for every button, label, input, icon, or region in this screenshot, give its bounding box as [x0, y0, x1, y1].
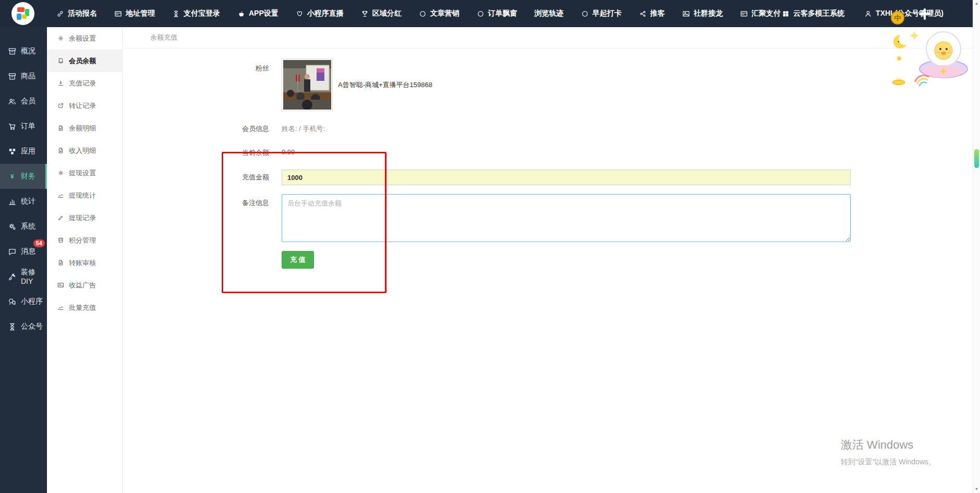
- topbar-right-item[interactable]: 云客多模王系统: [782, 9, 844, 18]
- topnav-item[interactable]: 地址管理: [114, 9, 155, 18]
- submenu-item-label: 收入明细: [69, 146, 96, 155]
- topnav-item[interactable]: 活动报名: [56, 9, 97, 18]
- submenu-item[interactable]: 转让记录: [47, 94, 122, 117]
- submenu-item[interactable]: 充值记录: [47, 72, 122, 94]
- sidebar-item[interactable]: 消息 54: [0, 239, 47, 264]
- topnav-item[interactable]: 文章营销: [419, 9, 459, 18]
- pencil-icon: [57, 214, 64, 221]
- app-logo[interactable]: [11, 2, 34, 25]
- scrollbar-up-arrow[interactable]: ▲: [973, 0, 980, 7]
- topnav-item-label: 地址管理: [126, 9, 155, 18]
- recharge-button[interactable]: 充 值: [282, 251, 314, 269]
- topnav-item-label: 推客: [650, 9, 665, 18]
- topnav-item[interactable]: 订单飘窗: [477, 9, 517, 18]
- topnav-item-label: 小程序直播: [307, 9, 344, 18]
- scrollbar[interactable]: ▲ ▼: [973, 0, 980, 493]
- topnav-item[interactable]: 早起打卡: [581, 9, 622, 18]
- recharge-amount-input[interactable]: [282, 170, 851, 185]
- topbar: 活动报名 地址管理 支付宝登录 APP设置 小程序直播 区域分红 文章营销: [0, 0, 980, 27]
- book-icon: [57, 57, 64, 64]
- sidebar-item-label: 财务: [21, 172, 35, 181]
- box-icon: [8, 47, 17, 56]
- sidebar-item[interactable]: 应用: [0, 139, 47, 164]
- sidebar-item[interactable]: 概况: [0, 39, 47, 64]
- topnav-item[interactable]: 小程序直播: [296, 9, 344, 18]
- file-icon: [57, 259, 64, 266]
- main-content: 余额充值 粉丝: [123, 27, 980, 493]
- svg-text:¥: ¥: [10, 173, 14, 179]
- sidebar-item[interactable]: 公众号: [0, 314, 47, 339]
- submenu-item-label: 转账审核: [69, 258, 96, 268]
- scrollbar-thumb[interactable]: [974, 149, 979, 168]
- submenu-item-label: 余额设置: [69, 34, 96, 43]
- submenu-item[interactable]: 转账审核: [47, 251, 122, 274]
- comment-icon: [8, 247, 17, 256]
- topnav-item-label: 订单飘窗: [488, 9, 517, 18]
- chart-icon: [8, 197, 17, 206]
- gears-icon: [8, 222, 17, 231]
- recharge-amount-label: 充值金额: [123, 173, 269, 182]
- sidebar-item[interactable]: 商品: [0, 64, 47, 89]
- sidebar-item-label: 小程序: [21, 297, 43, 306]
- sidebar-item[interactable]: 订单: [0, 114, 47, 139]
- link-icon: [56, 10, 64, 18]
- share-icon: [639, 10, 647, 18]
- sidebar-item[interactable]: 装修DIY: [0, 264, 47, 289]
- topnav-item[interactable]: 浏览轨迹: [535, 9, 564, 18]
- submenu-item[interactable]: 提现设置: [47, 162, 122, 184]
- apple-icon: [237, 10, 245, 18]
- topbar-right-item-label: TXHL(公众号管理员): [876, 9, 943, 18]
- submenu-item-label: 提现记录: [69, 213, 96, 223]
- topnav-item[interactable]: APP设置: [237, 9, 279, 18]
- sidebar-item-label: 统计: [21, 197, 35, 206]
- cart-icon: [8, 122, 17, 131]
- wechat-icon: [8, 297, 17, 306]
- recharge-amount-row: 充值金额: [123, 170, 980, 185]
- trophy-icon: [361, 10, 369, 18]
- yen-icon: ¥: [8, 172, 17, 181]
- submenu-item[interactable]: 收益广告: [47, 274, 122, 296]
- sidebar-item[interactable]: 统计: [0, 189, 47, 214]
- submenu-item[interactable]: 会员余额: [47, 50, 122, 72]
- card-icon: [740, 10, 748, 18]
- topnav-item-label: APP设置: [249, 9, 279, 18]
- topnav-item[interactable]: 汇聚支付: [740, 9, 781, 18]
- submenu-item[interactable]: 积分管理: [47, 229, 122, 251]
- submenu-item[interactable]: 收入明细: [47, 139, 122, 162]
- sidebar-item-label: 概况: [21, 46, 35, 56]
- fan-avatar: [282, 58, 333, 111]
- submit-row: 充 值: [123, 251, 980, 269]
- submenu-item-label: 批量充值: [69, 303, 96, 312]
- submenu-item-label: 收益广告: [69, 281, 96, 290]
- topnav-item[interactable]: 支付宝登录: [172, 9, 220, 18]
- grid-icon: [782, 10, 790, 18]
- sidebar-item-label: 会员: [21, 97, 35, 106]
- sidebar-item[interactable]: 会员: [0, 89, 47, 114]
- submenu-item[interactable]: 余额设置: [47, 27, 122, 50]
- scrollbar-down-arrow[interactable]: ▼: [973, 486, 980, 493]
- submenu-item[interactable]: 批量充值: [47, 296, 122, 319]
- download-icon: [57, 80, 64, 87]
- topnav-item[interactable]: 区域分红: [361, 9, 402, 18]
- topnav-item-label: 社群接龙: [694, 9, 723, 18]
- topnav-item-label: 区域分红: [372, 9, 402, 18]
- submenu-item[interactable]: 余额明细: [47, 117, 122, 139]
- topnav-item[interactable]: 社群接龙: [682, 9, 723, 18]
- hourglass-icon: [8, 322, 17, 331]
- circle-icon: [419, 10, 427, 18]
- fan-row: 粉丝: [123, 58, 980, 111]
- sidebar-item[interactable]: ¥ 财务: [0, 164, 47, 189]
- topbar-right-item[interactable]: TXHL(公众号管理员): [864, 9, 943, 18]
- box-icon: [8, 72, 17, 81]
- sidebar-item-label: 装修DIY: [21, 268, 47, 285]
- sidebar-item[interactable]: 系统: [0, 214, 47, 239]
- remark-textarea[interactable]: [282, 194, 851, 242]
- submenu-item-label: 充值记录: [69, 79, 96, 88]
- submenu-item[interactable]: 提现统计: [47, 184, 122, 207]
- topnav-item-label: 支付宝登录: [184, 9, 220, 18]
- submenu-item[interactable]: 提现记录: [47, 207, 122, 229]
- sidebar-item[interactable]: 小程序: [0, 289, 47, 314]
- submenu-item-label: 会员余额: [69, 56, 96, 66]
- gear-icon: [57, 170, 64, 176]
- topnav-item[interactable]: 推客: [639, 9, 665, 18]
